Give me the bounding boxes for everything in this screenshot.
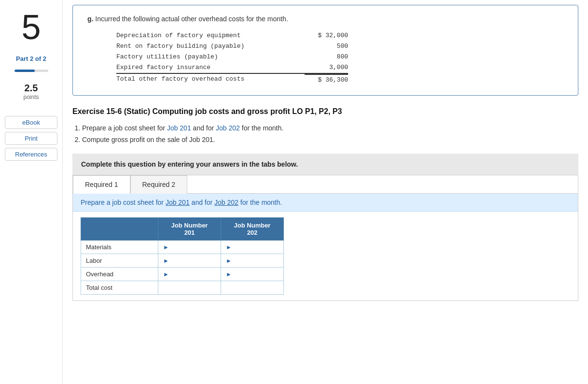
row-label-materials: Materials [81, 241, 158, 254]
row-label-total: Total cost [81, 281, 158, 295]
materials-job201-arrow: ► [163, 244, 169, 251]
total-job202-cell[interactable] [221, 281, 284, 295]
materials-job201-cell[interactable]: ► [158, 241, 221, 254]
overhead-title: g. Incurred the following actual other o… [87, 15, 563, 23]
materials-job202-arrow: ► [226, 244, 232, 251]
tabs-container: Required 1 Required 2 Prepare a job cost… [72, 175, 578, 301]
exercise-number: 5 [21, 10, 41, 44]
banner-text-pre: Prepare a job cost sheet for [81, 199, 166, 206]
overhead-job202-arrow: ► [226, 271, 232, 278]
overhead-prefix: g. [87, 15, 93, 23]
instruction-1-mid: and for [191, 124, 216, 132]
labor-job201-input[interactable] [171, 257, 214, 264]
overhead-amount-3: 800 [305, 52, 348, 62]
overhead-label-4: Expired factory insurance [116, 62, 210, 73]
overhead-job202-input[interactable] [234, 270, 277, 278]
exercise-title: Exercise 15-6 (Static) Computing job cos… [72, 107, 578, 116]
labor-job201-inner: ► [163, 257, 216, 264]
tab-required2[interactable]: Required 2 [130, 175, 188, 194]
overhead-row-3: Factory utilities (payable) 800 [116, 52, 348, 62]
instruction-1-job201: Job 201 [167, 124, 191, 132]
table-header-job201: Job Number201 [158, 218, 221, 241]
overhead-row-4: Expired factory insurance 3,000 [116, 62, 348, 73]
instruction-1-text: Prepare a job cost sheet for [82, 124, 167, 132]
materials-job202-input[interactable] [234, 243, 277, 251]
banner-text-mid: and for [190, 199, 214, 206]
overhead-label-2: Rent on factory building (payable) [116, 41, 244, 52]
instruction-2-text: Compute gross profit on the sale of Job … [82, 136, 215, 143]
overhead-row-1: Depreciation of factory equipment $ 32,0… [116, 30, 348, 41]
instruction-1-end: for the month. [240, 124, 283, 132]
table-header-job202: Job Number202 [221, 218, 284, 241]
total-job202-input[interactable] [226, 284, 269, 291]
table-row-labor: Labor ► ► [81, 254, 284, 268]
labor-job202-inner: ► [226, 257, 279, 264]
part-progress-bar [14, 70, 48, 72]
sidebar: 5 Part 2 of 2 2.5 points eBook Print Ref… [0, 0, 63, 384]
overhead-job202-cell[interactable]: ► [221, 268, 284, 281]
sidebar-buttons: eBook Print References [5, 116, 57, 161]
labor-job201-arrow: ► [163, 257, 169, 264]
overhead-job201-inner: ► [163, 270, 216, 278]
overhead-label-1: Depreciation of factory equipment [116, 30, 240, 41]
table-row-materials: Materials ► ► [81, 241, 284, 254]
instruction-2: Compute gross profit on the sale of Job … [82, 134, 578, 146]
row-label-overhead: Overhead [81, 268, 158, 281]
instruction-banner: Prepare a job cost sheet for Job 201 and… [73, 194, 578, 212]
banner-text-end: for the month. [238, 199, 282, 206]
job-cost-table: Job Number201 Job Number202 Materials ► [81, 217, 284, 295]
part-label: Part 2 of 2 [16, 55, 46, 62]
labor-job201-cell[interactable]: ► [158, 254, 221, 268]
tab-required1[interactable]: Required 1 [73, 175, 130, 194]
overhead-amount-4: 3,000 [305, 62, 348, 73]
labor-job202-arrow: ► [226, 257, 232, 264]
tab-content-required1: Prepare a job cost sheet for Job 201 and… [73, 194, 578, 295]
instruction-1-job202: Job 202 [216, 124, 240, 132]
overhead-table: Depreciation of factory equipment $ 32,0… [116, 30, 563, 85]
table-row-total: Total cost [81, 281, 284, 295]
materials-job201-inner: ► [163, 243, 216, 251]
ebook-button[interactable]: eBook [5, 116, 57, 129]
materials-job202-inner: ► [226, 243, 279, 251]
exercise-instructions: Prepare a job cost sheet for Job 201 and… [72, 123, 578, 146]
overhead-job201-cell[interactable]: ► [158, 268, 221, 281]
banner-job201: Job 201 [166, 199, 190, 206]
references-button[interactable]: References [5, 148, 57, 161]
tabs-header: Required 1 Required 2 [73, 175, 578, 194]
overhead-label-total: Total other factory overhead costs [116, 74, 244, 85]
overhead-title-text: Incurred the following actual other over… [93, 15, 288, 23]
total-job201-input[interactable] [163, 284, 207, 291]
overhead-section: g. Incurred the following actual other o… [72, 5, 578, 96]
overhead-job202-inner: ► [226, 270, 279, 278]
labor-job202-cell[interactable]: ► [221, 254, 284, 268]
overhead-row-2: Rent on factory building (payable) 500 [116, 41, 348, 52]
banner-job202: Job 202 [214, 199, 238, 206]
labor-job202-input[interactable] [234, 257, 277, 264]
overhead-job201-input[interactable] [171, 270, 214, 278]
points-value: 2.5 [23, 83, 39, 94]
total-job201-cell[interactable] [158, 281, 221, 295]
part-progress-fill [14, 70, 35, 72]
materials-job201-input[interactable] [171, 243, 214, 251]
overhead-amount-1: $ 32,000 [305, 30, 348, 41]
instruction-1: Prepare a job cost sheet for Job 201 and… [82, 123, 578, 134]
points-text: points [23, 94, 39, 100]
overhead-job201-arrow: ► [163, 271, 169, 278]
main-content: g. Incurred the following actual other o… [63, 0, 588, 384]
overhead-label-3: Factory utilities (payable) [116, 52, 218, 62]
table-header-empty [81, 218, 158, 241]
complete-question-box: Complete this question by entering your … [72, 154, 578, 175]
overhead-amount-2: 500 [305, 41, 348, 52]
row-label-labor: Labor [81, 254, 158, 268]
print-button[interactable]: Print [5, 132, 57, 145]
points-section: 2.5 points [23, 83, 39, 100]
table-row-overhead: Overhead ► ► [81, 268, 284, 281]
overhead-amount-total: $ 36,300 [305, 74, 348, 85]
overhead-row-total: Total other factory overhead costs $ 36,… [116, 73, 348, 85]
materials-job202-cell[interactable]: ► [221, 241, 284, 254]
